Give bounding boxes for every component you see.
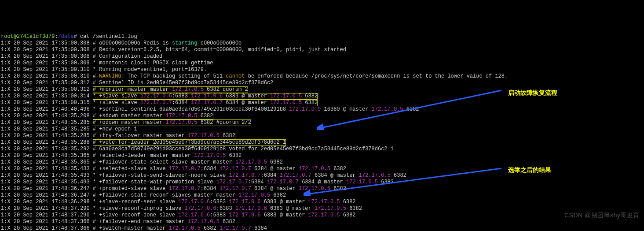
highlight-box: # +monitor master master 172.17.0.5 6382… — [93, 86, 248, 93]
log-line: 1:X 20 Sep 2021 17:48:37.290 * +slave-re… — [1, 205, 185, 212]
log-line: 1:X 20 Sep 2021 17:48:37.366 # +switch-m… — [1, 225, 169, 231]
prompt-host: 2741e1cf3d79 — [17, 34, 55, 40]
highlight-box: * +slave slave 172.17.0.6:6383 172.17.0.… — [93, 93, 318, 100]
log-line: 1:X 20 Sep 2021 17:48:37.290 * +slave-re… — [1, 212, 178, 218]
log-line: 1:X 20 Sep 2021 17:48:35.285 — [1, 119, 93, 126]
log-line: 1:X 20 Sep 2021 17:35:00.310 # — [1, 73, 99, 79]
log-line: 1:X 20 Sep 2021 17:35:00.312 — [1, 86, 93, 93]
prompt-sym: # — [74, 34, 77, 40]
watermark: CSDN @别团等shy哥发育 — [564, 212, 640, 219]
highlight-box: # +sdown master master 172.17.0.5 6382 — [93, 113, 213, 119]
log-line: 1:X 20 Sep 2021 17:48:35.433 * +failover… — [1, 172, 229, 179]
annotation-label: 选举之后的结果 — [508, 167, 551, 173]
log-line: 1:X 20 Sep 2021 17:48:35.285 — [1, 133, 93, 139]
terminal-output[interactable]: root@2741e1cf3d79:/data# cat /sentinel1.… — [0, 26, 644, 231]
highlight-box: # +try-failover master master 172.17.0.5… — [93, 133, 235, 139]
log-line: 1:X 20 Sep 2021 17:35:00.314 — [1, 93, 93, 99]
log-line: 1:X 20 Sep 2021 17:48:36.247 # +promoted… — [1, 186, 169, 192]
log-line: 1:X 20 Sep 2021 17:40:40.496 * +sentinel… — [1, 106, 289, 112]
annotation-label: 启动故障恢复流程 — [508, 89, 557, 96]
highlight-box: # +odown master master 172.17.0.5 6382 #… — [93, 119, 251, 126]
log-line: 1:X 20 Sep 2021 17:48:35.208 — [1, 113, 93, 119]
log-line: 1:X 20 Sep 2021 17:48:35.365 # +elected-… — [1, 153, 194, 159]
prompt-cwd: /data — [58, 34, 74, 40]
log-line: 1:X 20 Sep 2021 17:35:00.309 * monotonic… — [1, 60, 213, 66]
log-line: 1:X 20 Sep 2021 17:48:35.493 * +failover… — [1, 179, 216, 185]
log-line: 1:X 20 Sep 2021 17:48:35.433 # +selected… — [1, 166, 169, 172]
log-line: 1:X 20 Sep 2021 17:48:35.365 # +failover… — [1, 159, 235, 165]
log-line: 1:X 20 Sep 2021 17:35:00.308 # Configura… — [1, 53, 162, 60]
log-line: 1:X 20 Sep 2021 17:48:36.247 # +failover… — [1, 192, 238, 198]
log-line: 1:X 20 Sep 2021 17:48:35.285 # +new-epoc… — [1, 126, 137, 132]
log-line: 1:X 20 Sep 2021 17:35:00.315 — [1, 100, 93, 106]
prompt-user: root — [1, 34, 14, 40]
log-line: 1:X 20 Sep 2021 17:48:37.366 # +failover… — [1, 219, 188, 225]
log-line: 1:X 20 Sep 2021 17:35:00.310 * Running m… — [1, 67, 207, 73]
highlight-box: # +vote-for-leader 2ed05e45e07f3bd9cd7a5… — [93, 139, 286, 146]
log-line: 1:X 20 Sep 2021 17:48:36.298 * +slave-re… — [1, 199, 178, 205]
prompt-cmd: cat /sentinel1.log — [80, 34, 137, 40]
log-line: 1:X 20 Sep 2021 17:48:35.292 # 6aa0ae3ca… — [1, 146, 394, 152]
log-line: 1:X 20 Sep 2021 17:35:00.312 # Sentinel … — [1, 80, 273, 86]
log-line: 1:X 20 Sep 2021 17:35:00.308 # oO0OoO0Oo… — [1, 40, 172, 46]
log-line: 1:X 20 Sep 2021 17:35:00.308 # Redis ver… — [1, 47, 346, 53]
highlight-box: * +slave slave 172.17.0.7:6384 172.17.0.… — [93, 100, 318, 106]
log-line: 1:X 20 Sep 2021 17:48:35.288 — [1, 139, 93, 145]
